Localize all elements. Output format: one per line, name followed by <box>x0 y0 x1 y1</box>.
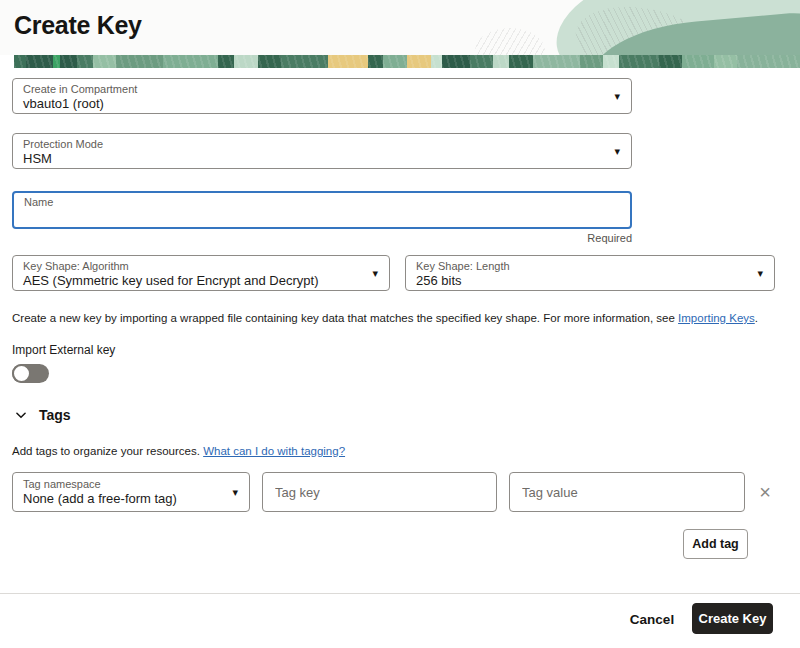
name-field[interactable]: Name <box>12 191 632 229</box>
tags-description: Add tags to organize your resources. Wha… <box>12 445 345 457</box>
algorithm-label: Key Shape: Algorithm <box>23 260 363 273</box>
chevron-down-icon: ▾ <box>614 90 620 102</box>
tags-section-header[interactable]: Tags <box>14 405 71 425</box>
tag-namespace-value: None (add a free-form tag) <box>23 491 223 507</box>
length-label: Key Shape: Length <box>416 260 748 273</box>
import-external-key-toggle[interactable] <box>12 364 49 383</box>
chevron-down-icon <box>14 408 28 422</box>
decorative-green-band <box>14 55 800 68</box>
protection-mode-value: HSM <box>23 151 605 167</box>
protection-mode-select[interactable]: Protection Mode HSM ▾ <box>12 133 632 169</box>
tag-key-input[interactable] <box>262 472 497 512</box>
tagging-help-link[interactable]: What can I do with tagging? <box>203 445 345 457</box>
dialog-header: Create Key <box>0 0 800 55</box>
tags-description-text: Add tags to organize your resources. <box>12 445 203 457</box>
page-title: Create Key <box>14 11 142 40</box>
chevron-down-icon: ▾ <box>372 267 378 279</box>
compartment-select[interactable]: Create in Compartment vbauto1 (root) ▾ <box>12 78 632 114</box>
tag-namespace-select[interactable]: Tag namespace None (add a free-form tag)… <box>12 472 250 512</box>
create-key-dialog: Create Key Create in Compartment vbauto1… <box>0 0 800 648</box>
compartment-label: Create in Compartment <box>23 83 605 96</box>
import-info-text: Create a new key by importing a wrapped … <box>12 312 782 324</box>
tag-namespace-label: Tag namespace <box>23 478 223 491</box>
name-input[interactable] <box>24 209 620 225</box>
required-hint: Required <box>12 232 632 244</box>
footer-divider <box>0 593 800 594</box>
cancel-button[interactable]: Cancel <box>620 604 684 634</box>
compartment-value: vbauto1 (root) <box>23 96 605 112</box>
importing-keys-link[interactable]: Importing Keys <box>678 312 755 324</box>
chevron-down-icon: ▾ <box>757 267 763 279</box>
chevron-down-icon: ▾ <box>232 486 238 498</box>
key-shape-algorithm-select[interactable]: Key Shape: Algorithm AES (Symmetric key … <box>12 255 390 291</box>
import-info-before: Create a new key by importing a wrapped … <box>12 312 678 324</box>
chevron-down-icon: ▾ <box>614 145 620 157</box>
tag-value-input[interactable] <box>509 472 745 512</box>
length-value: 256 bits <box>416 273 748 289</box>
protection-mode-label: Protection Mode <box>23 138 605 151</box>
key-shape-length-select[interactable]: Key Shape: Length 256 bits ▾ <box>405 255 775 291</box>
remove-tag-row-icon[interactable]: × <box>752 478 778 506</box>
tags-section-title: Tags <box>39 407 71 423</box>
create-key-button[interactable]: Create Key <box>692 603 773 634</box>
add-tag-button[interactable]: Add tag <box>683 529 748 559</box>
toggle-knob <box>12 364 31 383</box>
name-label: Name <box>24 196 620 209</box>
decorative-line-pattern-small <box>475 28 545 55</box>
import-external-key-label: Import External key <box>12 343 115 357</box>
algorithm-value: AES (Symmetric key used for Encrypt and … <box>23 273 363 289</box>
import-info-after: . <box>755 312 758 324</box>
